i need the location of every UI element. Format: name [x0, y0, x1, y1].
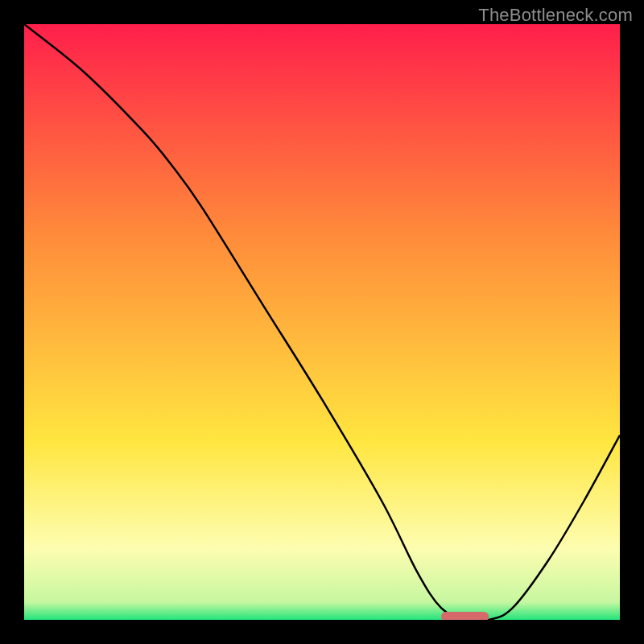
plot-area — [24, 24, 620, 620]
chart-frame: TheBottleneck.com — [0, 0, 644, 644]
watermark-text: TheBottleneck.com — [478, 5, 633, 26]
svg-rect-0 — [24, 24, 620, 620]
heatmap-gradient — [24, 24, 620, 620]
